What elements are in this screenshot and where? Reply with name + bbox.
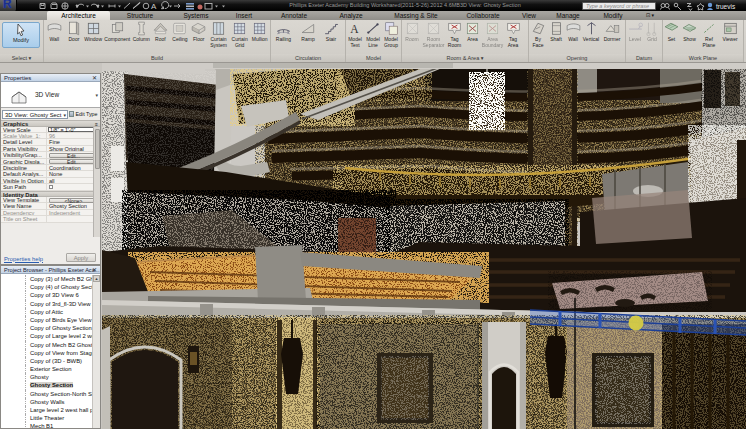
svg-text:A: A: [350, 23, 359, 35]
svg-text:A: A: [151, 2, 157, 11]
svg-text:truevis: truevis: [716, 3, 736, 10]
